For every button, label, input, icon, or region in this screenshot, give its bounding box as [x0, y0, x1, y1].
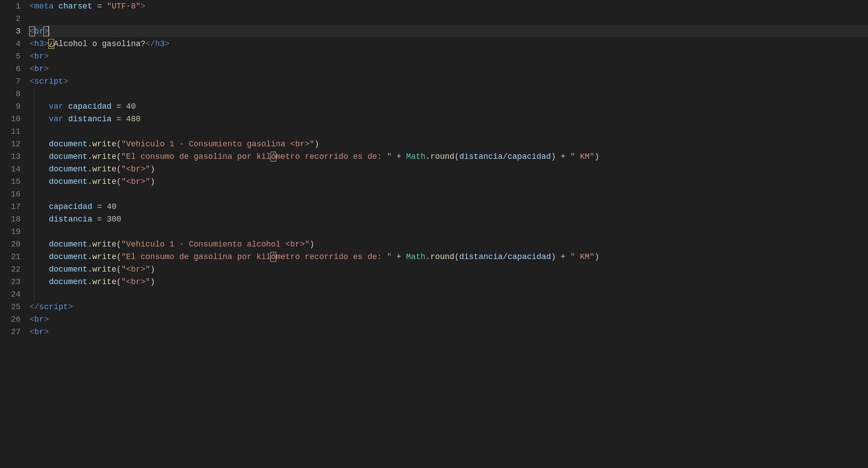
code-line[interactable]: distancia = 300	[29, 213, 868, 225]
line-number: 14	[0, 163, 21, 175]
line-number: 16	[0, 188, 21, 200]
code-line[interactable]: var capacidad = 40	[29, 100, 868, 113]
line-number: 24	[0, 288, 21, 301]
line-number: 7	[0, 75, 21, 88]
code-line[interactable]: <br>	[29, 50, 868, 63]
code-line[interactable]	[29, 288, 868, 301]
line-number: 5	[0, 50, 21, 63]
code-line[interactable]	[29, 88, 868, 100]
code-line[interactable]	[29, 188, 868, 200]
line-number: 13	[0, 150, 21, 163]
line-number: 11	[0, 125, 21, 138]
text-cursor	[48, 26, 49, 36]
code-line[interactable]: <br>	[29, 326, 868, 338]
line-number: 17	[0, 200, 21, 213]
code-line[interactable]: <br>	[29, 313, 868, 326]
line-number: 2	[0, 13, 21, 25]
line-number-gutter: 1 2 3 4 5 6 7 8 9 10 11 12 13 14 15 16 1…	[0, 0, 29, 468]
line-number: 18	[0, 213, 21, 225]
line-number: 3	[0, 25, 21, 38]
line-number: 15	[0, 175, 21, 188]
line-number: 12	[0, 138, 21, 150]
code-line[interactable]: document.write("El consumo de gasolina p…	[29, 150, 868, 163]
line-number: 26	[0, 313, 21, 326]
code-line[interactable]: document.write("<br>")	[29, 276, 868, 288]
line-number: 6	[0, 63, 21, 75]
code-line[interactable]: document.write("<br>")	[29, 163, 868, 175]
code-line[interactable]: document.write("<br>")	[29, 263, 868, 276]
line-number: 8	[0, 88, 21, 100]
code-line[interactable]: document.write("Vehiculo 1 - Consumiento…	[29, 238, 868, 251]
line-number: 25	[0, 301, 21, 313]
line-number: 23	[0, 276, 21, 288]
code-line[interactable]: document.write("<br>")	[29, 175, 868, 188]
code-line[interactable]: <h3>¿Alcohol o gasolina?</h3>	[29, 38, 868, 50]
code-line[interactable]: <meta charset = "UTF-8">	[29, 0, 868, 13]
code-line[interactable]: </script>	[29, 301, 868, 313]
code-line[interactable]	[29, 13, 868, 25]
code-line-active[interactable]: <br>	[29, 25, 868, 38]
line-number: 22	[0, 263, 21, 276]
code-line[interactable]: <br>	[29, 63, 868, 75]
line-number: 1	[0, 0, 21, 13]
line-number: 21	[0, 251, 21, 263]
code-line[interactable]: var distancia = 480	[29, 113, 868, 125]
line-number: 19	[0, 225, 21, 238]
line-number: 10	[0, 113, 21, 125]
line-number: 20	[0, 238, 21, 251]
code-line[interactable]: <script>	[29, 75, 868, 88]
code-line[interactable]: document.write("El consumo de gasolina p…	[29, 251, 868, 263]
line-number: 4	[0, 38, 21, 50]
line-number: 27	[0, 326, 21, 338]
line-number: 9	[0, 100, 21, 113]
code-area[interactable]: <meta charset = "UTF-8"> <br> <h3>¿Alcoh…	[29, 0, 868, 468]
code-line[interactable]	[29, 225, 868, 238]
code-line[interactable]	[29, 125, 868, 138]
code-line[interactable]: capacidad = 40	[29, 200, 868, 213]
code-editor[interactable]: 1 2 3 4 5 6 7 8 9 10 11 12 13 14 15 16 1…	[0, 0, 868, 468]
code-line[interactable]: document.write("Vehiculo 1 - Consumiento…	[29, 138, 868, 150]
